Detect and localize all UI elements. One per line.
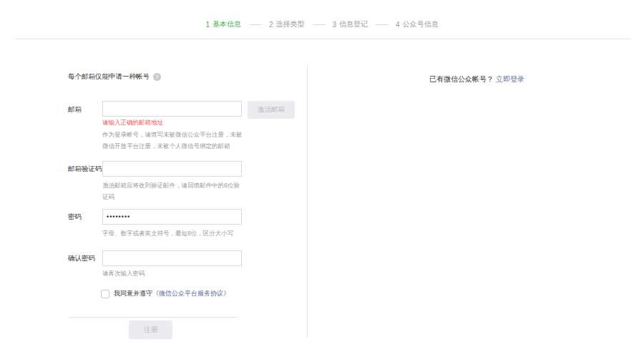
step-separator: [249, 24, 261, 25]
activate-email-button[interactable]: 激活邮箱: [248, 101, 295, 119]
step-basic-info: 1 基本信息: [205, 19, 241, 29]
help-icon[interactable]: ?: [153, 73, 161, 81]
step-number: 1: [205, 21, 210, 29]
step-info-register: 3 信息登记: [333, 19, 369, 29]
password-hint: 字母、数字或者英文符号，最短8位，区分大小写: [102, 228, 260, 239]
confirm-password-input[interactable]: [102, 250, 242, 266]
email-code-label: 邮箱验证码: [68, 165, 102, 174]
header-divider: [15, 39, 631, 39]
step-label: 基本信息: [213, 19, 241, 29]
password-input[interactable]: [102, 209, 242, 225]
step-label: 公众号信息: [403, 19, 439, 29]
email-hint: 作为登录帐号，请填写未被微信公众平台注册，未被微信开放平台注册，未被个人微信号绑…: [102, 129, 245, 152]
step-choose-type: 2 选择类型: [269, 19, 305, 29]
agreement-text: 我同意并遵守: [114, 289, 152, 298]
step-separator: [376, 24, 388, 25]
confirm-password-hint: 请再次输入密码: [102, 268, 245, 279]
step-number: 2: [269, 21, 273, 29]
email-input[interactable]: [102, 101, 242, 117]
email-code-input[interactable]: [102, 161, 242, 177]
notice-text: 每个邮箱仅能申请一种帐号: [68, 72, 150, 82]
step-separator: [313, 24, 325, 25]
existing-account-text: 已有微信公众帐号？: [429, 75, 494, 83]
step-label: 选择类型: [276, 19, 305, 29]
email-code-hint: 激活邮箱后将收到验证邮件，请回填邮件中的6位验证码: [102, 180, 245, 202]
step-account-info: 4 公众号信息: [396, 19, 439, 29]
confirm-password-label: 确认密码: [68, 254, 95, 263]
step-number: 4: [396, 21, 400, 29]
register-button[interactable]: 注册: [129, 321, 172, 339]
form-divider: [68, 317, 237, 318]
email-label: 邮箱: [68, 105, 82, 114]
agreement-checkbox[interactable]: [101, 290, 109, 298]
email-error: 请输入正确的邮箱地址: [102, 119, 163, 127]
service-agreement-link[interactable]: 《微信公众平台服务协议》: [152, 289, 230, 298]
step-label: 信息登记: [339, 19, 368, 29]
password-label: 密码: [68, 212, 82, 222]
login-now-link[interactable]: 立即登录: [496, 75, 525, 83]
step-number: 3: [333, 21, 337, 29]
column-divider: [307, 64, 308, 338]
progress-stepper: 1 基本信息 2 选择类型 3 信息登记 4 公众号信息: [0, 19, 644, 29]
registration-page: 1 基本信息 2 选择类型 3 信息登记 4 公众号信息 每个邮箱仅能申请一种帐…: [0, 0, 644, 362]
